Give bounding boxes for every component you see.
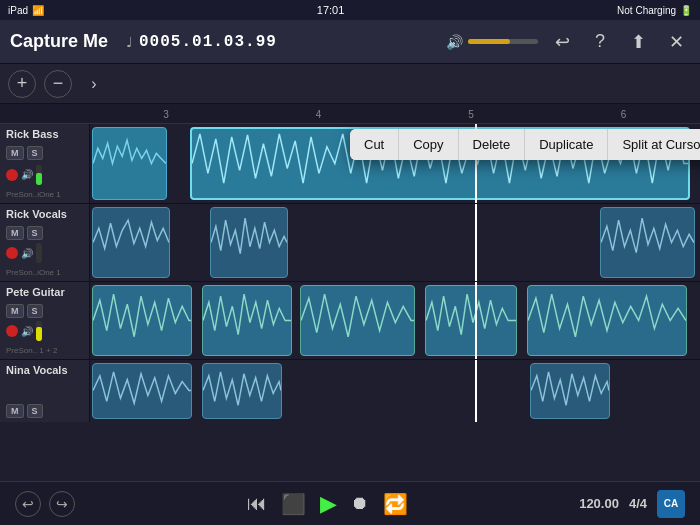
loop-btn[interactable]: ↩ [548,28,576,56]
track-name-pete-guitar: Pete Guitar [6,286,83,298]
app-title: Capture Me [10,31,108,52]
timecode-display: 0005.01.03.99 [139,33,277,51]
clip-pete-guitar-5[interactable] [527,285,687,356]
mute-btn-pete-guitar[interactable]: M [6,304,24,318]
redo-button[interactable]: ↪ [49,491,75,517]
transport-display: ♩ 0005.01.03.99 [126,33,277,51]
wifi-icon: 📶 [32,5,44,16]
zoom-in-button[interactable]: + [8,70,36,98]
bpm-display: 120.00 [579,496,619,511]
track-content-rick-vocals[interactable] [90,204,700,281]
track-header-pete-guitar: Pete Guitar M S 🔊 PreSon.. 1 + 2 [0,282,90,359]
stop-button[interactable]: ⬛ [281,492,306,516]
clip-nina-vocals-3[interactable] [530,363,610,419]
ruler-mark-3: 3 [163,108,169,119]
ctx-cut[interactable]: Cut [350,129,399,160]
help-btn[interactable]: ? [586,28,614,56]
ruler-mark-5: 5 [468,108,474,119]
track-header-rick-bass: Rick Bass M S 🔊 PreSon..iOne 1 [0,124,90,203]
volume-area: 🔊 [446,34,538,50]
clip-pete-guitar-1[interactable] [92,285,192,356]
battery-text: Not Charging [617,5,676,16]
transport-center: ⏮ ⬛ ▶ ⏺ 🔁 [247,491,408,517]
ipad-label: iPad [8,5,28,16]
loop-button[interactable]: 🔁 [383,492,408,516]
rewind-button[interactable]: ⏮ [247,492,267,515]
ruler-header-spacer [0,104,90,123]
solo-btn-rick-bass[interactable]: S [27,146,43,160]
speaker-icon-pete-guitar: 🔊 [21,326,33,337]
speaker-icon-rick-vocals: 🔊 [21,248,33,259]
clip-rick-vocals-2[interactable] [210,207,288,278]
ctx-copy[interactable]: Copy [399,129,458,160]
clip-pete-guitar-4[interactable] [425,285,517,356]
status-bar: iPad 📶 17:01 Not Charging 🔋 [0,0,700,20]
context-menu: Cut Copy Delete Duplicate Split at Curso… [350,129,700,160]
playhead-vocals [475,204,477,281]
track-name-nina-vocals: Nina Vocals [6,364,83,376]
zoom-out-button[interactable]: − [44,70,72,98]
clip-nina-vocals-2[interactable] [202,363,282,419]
play-button[interactable]: ▶ [320,491,337,517]
transport-right: 120.00 4/4 CA [579,490,685,518]
solo-btn-rick-vocals[interactable]: S [27,226,43,240]
record-btn-pete-guitar[interactable] [6,325,18,337]
track-row-rick-vocals: Rick Vocals M S 🔊 PreSon..iOne 1 [0,204,700,282]
track-header-nina-vocals: Nina Vocals M S [0,360,90,422]
monitor-rick-vocals: 🔊 [21,248,33,259]
track-content-pete-guitar[interactable] [90,282,700,359]
volume-bar[interactable] [468,39,538,44]
status-left: iPad 📶 [8,5,44,16]
track-content-rick-bass[interactable]: Cut Copy Delete Duplicate Split at Curso… [90,124,700,203]
header: Capture Me ♩ 0005.01.03.99 🔊 ↩ ? ⬆ ✕ [0,20,700,64]
track-bottom-pete-guitar: 🔊 [6,321,83,341]
ruler-content: 3 4 5 6 [90,104,700,123]
arrange-area: 3 4 5 6 Rick Bass M S 🔊 PreSon..iOne 1 [0,104,700,481]
record-btn-rick-vocals[interactable] [6,247,18,259]
device-label-rick-vocals: PreSon..iOne 1 [6,268,83,277]
playhead-nina [475,360,477,422]
clip-rick-vocals-1[interactable] [92,207,170,278]
undo-button[interactable]: ↩ [15,491,41,517]
clip-pete-guitar-2[interactable] [202,285,292,356]
status-time: 17:01 [317,4,345,16]
volume-fill [468,39,510,44]
transport-bar: ↩ ↪ ⏮ ⬛ ▶ ⏺ 🔁 120.00 4/4 CA [0,481,700,525]
time-sig-display: 4/4 [629,496,647,511]
share-btn[interactable]: ⬆ [624,28,652,56]
track-buttons-nina-vocals: M S [6,404,83,418]
header-controls: 🔊 ↩ ? ⬆ ✕ [446,28,690,56]
clip-nina-vocals-1[interactable] [92,363,192,419]
track-name-rick-vocals: Rick Vocals [6,208,83,220]
track-content-nina-vocals[interactable] [90,360,700,422]
device-label-rick-bass: PreSon..iOne 1 [6,190,83,199]
solo-btn-pete-guitar[interactable]: S [27,304,43,318]
track-row-rick-bass: Rick Bass M S 🔊 PreSon..iOne 1 [0,124,700,204]
ctx-split-at-cursor[interactable]: Split at Cursor [608,129,700,160]
expand-button[interactable]: › [80,70,108,98]
record-button[interactable]: ⏺ [351,493,369,514]
app-logo-icon: CA [657,490,685,518]
monitor-rick-bass: 🔊 [21,169,33,180]
close-btn[interactable]: ✕ [662,28,690,56]
level-meter-rick-bass [36,165,42,185]
track-row-nina-vocals: Nina Vocals M S [0,360,700,422]
ctx-delete[interactable]: Delete [459,129,526,160]
ruler-mark-4: 4 [316,108,322,119]
clip-pete-guitar-3[interactable] [300,285,415,356]
level-fill-rick-bass [36,173,42,185]
mute-btn-nina-vocals[interactable]: M [6,404,24,418]
record-btn-rick-bass[interactable] [6,169,18,181]
solo-btn-nina-vocals[interactable]: S [27,404,43,418]
mute-btn-rick-bass[interactable]: M [6,146,24,160]
ctx-duplicate[interactable]: Duplicate [525,129,608,160]
mute-btn-rick-vocals[interactable]: M [6,226,24,240]
track-bottom-rick-bass: 🔊 [6,165,83,185]
clip-rick-bass-1[interactable] [92,127,167,200]
timeline-ruler: 3 4 5 6 [0,104,700,124]
monitor-pete-guitar: 🔊 [21,326,33,337]
clip-rick-vocals-3[interactable] [600,207,695,278]
track-name-rick-bass: Rick Bass [6,128,83,140]
transport-left: ↩ ↪ [15,491,75,517]
ruler-mark-6: 6 [621,108,627,119]
